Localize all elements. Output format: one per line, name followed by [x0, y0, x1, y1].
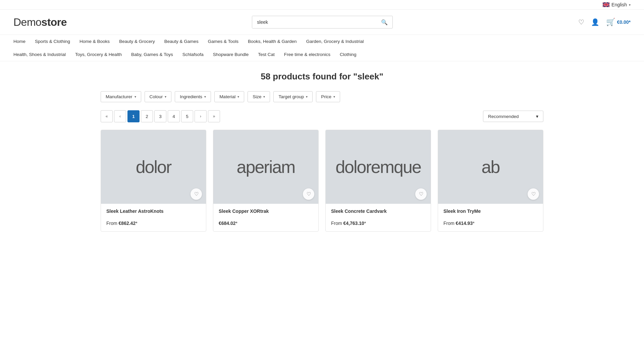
pagination-sort-row: «‹12345›» Recommended ▾ [101, 110, 543, 122]
main-content: 58 products found for "sleek" Manufactur… [87, 61, 557, 242]
product-info-1: Sleek Leather AstroKnots [101, 204, 206, 216]
cart-button[interactable]: 🛒 €0.00* [606, 18, 631, 26]
filter-colour[interactable]: Colour▾ [145, 91, 172, 102]
product-card-3: doloremque ♡ Sleek Concrete Cardvark Fro… [325, 130, 431, 232]
product-info-2: Sleek Copper XORtrak [213, 204, 318, 216]
product-wishlist-btn-1[interactable]: ♡ [191, 188, 202, 200]
filters: Manufacturer▾Colour▾Ingredients▾Material… [101, 91, 543, 102]
product-image-text-2: aperiam [237, 157, 295, 177]
product-image-text-3: doloremque [335, 157, 421, 177]
product-name-2: Sleek Copper XORtrak [219, 208, 313, 214]
account-button[interactable]: 👤 [591, 18, 599, 26]
product-price-2: €684.02* [219, 221, 313, 226]
user-icon: 👤 [591, 18, 599, 26]
navigation: HomeSports & ClothingHome & BooksBeauty … [0, 35, 644, 61]
filter-chevron-icon: ▾ [306, 95, 308, 99]
nav-item-games-tools[interactable]: Games & Tools [208, 39, 238, 44]
product-image-text-4: ab [482, 157, 500, 177]
search-button[interactable]: 🔍 [376, 16, 392, 28]
product-card-2: aperiam ♡ Sleek Copper XORtrak €684.02* [213, 130, 319, 232]
pagination-page-1[interactable]: 1 [127, 110, 140, 122]
nav-item-clothing[interactable]: Clothing [340, 52, 357, 57]
product-price-1: From €862.42* [106, 221, 201, 226]
product-wishlist-btn-2[interactable]: ♡ [303, 188, 314, 200]
product-wishlist-btn-3[interactable]: ♡ [415, 188, 427, 200]
nav-item-beauty-games[interactable]: Beauty & Games [164, 39, 199, 44]
search-input[interactable] [252, 16, 376, 28]
nav-item-baby-games[interactable]: Baby, Games & Toys [131, 52, 173, 57]
header-icons: ♡ 👤 🛒 €0.00* [578, 18, 631, 26]
filter-label: Colour [150, 94, 163, 99]
top-bar: English ▾ [0, 0, 644, 10]
nav-row-2: Health, Shoes & IndustrialToys, Grocery … [13, 48, 631, 61]
filter-label: Size [253, 94, 261, 99]
language-selector[interactable]: English ▾ [603, 2, 631, 7]
cart-icon: 🛒 [606, 18, 615, 26]
product-grid: dolor ♡ Sleek Leather AstroKnots From €8… [101, 130, 543, 232]
language-chevron-icon: ▾ [629, 3, 631, 7]
nav-item-garden-grocery-industrial[interactable]: Garden, Grocery & Industrial [306, 39, 364, 44]
nav-item-books-health-garden[interactable]: Books, Health & Garden [248, 39, 297, 44]
nav-item-shopware-bundle[interactable]: Shopware Bundle [213, 52, 249, 57]
nav-item-home[interactable]: Home [13, 39, 25, 44]
filter-chevron-icon: ▾ [204, 95, 206, 99]
product-name-4: Sleek Iron TryMe [443, 208, 538, 214]
product-footer-1: From €862.42* [101, 216, 206, 231]
nav-item-test-cat[interactable]: Test Cat [258, 52, 275, 57]
pagination-prev[interactable]: ‹ [114, 110, 126, 122]
pagination: «‹12345›» [101, 110, 220, 122]
filter-target-group[interactable]: Target group▾ [273, 91, 313, 102]
pagination-last[interactable]: » [208, 110, 220, 122]
nav-row-1: HomeSports & ClothingHome & BooksBeauty … [13, 35, 631, 48]
pagination-next[interactable]: › [195, 110, 207, 122]
cart-amount: €0.00* [617, 19, 631, 25]
heart-icon: ♡ [578, 18, 584, 26]
filter-chevron-icon: ▾ [263, 95, 265, 99]
filter-label: Target group [278, 94, 304, 99]
logo[interactable]: Demostore [13, 16, 67, 28]
product-card-4: ab ♡ Sleek Iron TryMe From €414.93* [438, 130, 543, 232]
wishlist-button[interactable]: ♡ [578, 18, 584, 26]
product-wishlist-btn-4[interactable]: ♡ [528, 188, 539, 200]
filter-price[interactable]: Price▾ [316, 91, 340, 102]
product-price-3: From €4,763.10* [331, 221, 425, 226]
header: Demostore 🔍 ♡ 👤 🛒 €0.00* [0, 10, 644, 35]
product-info-4: Sleek Iron TryMe [438, 204, 543, 216]
pagination-page-4[interactable]: 4 [168, 110, 180, 122]
nav-item-toys-grocery[interactable]: Toys, Grocery & Health [75, 52, 122, 57]
nav-item-health-shoes[interactable]: Health, Shoes & Industrial [13, 52, 66, 57]
pagination-first[interactable]: « [101, 110, 113, 122]
product-name-3: Sleek Concrete Cardvark [331, 208, 425, 214]
filter-label: Manufacturer [106, 94, 132, 99]
product-footer-2: €684.02* [213, 216, 318, 231]
filter-chevron-icon: ▾ [333, 95, 335, 99]
pagination-page-2[interactable]: 2 [141, 110, 153, 122]
filter-manufacturer[interactable]: Manufacturer▾ [101, 91, 141, 102]
product-name-1: Sleek Leather AstroKnots [106, 208, 201, 214]
logo-bold: store [41, 16, 67, 28]
product-image-4: ab ♡ [438, 130, 543, 204]
filter-label: Price [321, 94, 331, 99]
nav-item-home-books[interactable]: Home & Books [79, 39, 110, 44]
filter-size[interactable]: Size▾ [248, 91, 270, 102]
product-info-3: Sleek Concrete Cardvark [326, 204, 431, 216]
logo-regular: Demo [13, 16, 41, 28]
product-image-3: doloremque ♡ [326, 130, 431, 204]
nav-item-beauty-grocery[interactable]: Beauty & Grocery [119, 39, 155, 44]
filter-label: Ingredients [180, 94, 202, 99]
product-card-1: dolor ♡ Sleek Leather AstroKnots From €8… [101, 130, 206, 232]
search-bar: 🔍 [252, 16, 393, 28]
sort-dropdown[interactable]: Recommended ▾ [483, 111, 543, 122]
filter-label: Material [219, 94, 235, 99]
product-image-2: aperiam ♡ [213, 130, 318, 204]
nav-item-schlafsofa[interactable]: Schlafsofa [182, 52, 204, 57]
filter-material[interactable]: Material▾ [214, 91, 244, 102]
page-title: 58 products found for "sleek" [101, 71, 543, 82]
product-image-1: dolor ♡ [101, 130, 206, 204]
filter-ingredients[interactable]: Ingredients▾ [175, 91, 211, 102]
nav-item-free-time-electronics[interactable]: Free time & electronics [284, 52, 330, 57]
filter-chevron-icon: ▾ [237, 95, 239, 99]
pagination-page-5[interactable]: 5 [181, 110, 193, 122]
nav-item-sports-clothing[interactable]: Sports & Clothing [35, 39, 70, 44]
pagination-page-3[interactable]: 3 [154, 110, 166, 122]
